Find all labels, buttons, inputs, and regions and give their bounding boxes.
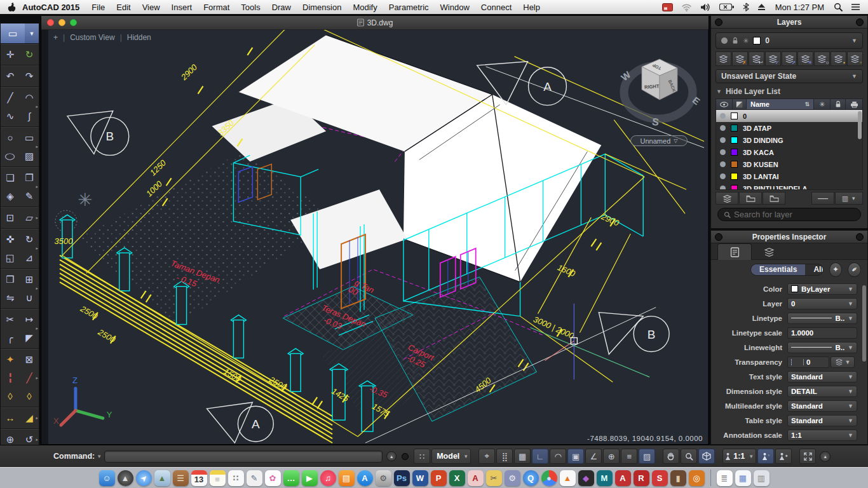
transparency-field[interactable]: 0 [787,356,829,368]
eject-icon[interactable] [757,3,766,11]
menu-view[interactable]: View [137,3,166,12]
chevron-down-icon[interactable]: ▼ [97,454,102,459]
model-tab-dropdown[interactable]: Model▼ [431,449,471,464]
flyout-arrow-icon[interactable]: ▸ [36,286,38,291]
layer-visibility-icon[interactable] [720,161,726,167]
dock-app-store[interactable]: A [357,470,373,486]
dock-3ds-max[interactable]: M [597,470,613,486]
layer-list-header[interactable]: Name ⇅ ✳ [715,98,863,110]
property-control[interactable]: Standard▼ [787,415,857,426]
annotation-visibility-button[interactable]: ° [757,449,774,464]
notification-center-icon[interactable] [851,3,860,11]
flyout-arrow-icon[interactable]: ▸ [36,416,38,421]
snap-mode-toggle[interactable]: ⌖ [478,449,495,464]
eyedropper-button[interactable]: ✒ [848,262,861,277]
tool-ellipse-button[interactable]: ◯ [1,147,20,165]
apple-menu[interactable] [8,3,16,12]
flyout-arrow-icon[interactable]: ▸ [36,376,38,381]
dock-photos[interactable]: ✿ [265,470,281,486]
new-group-button[interactable] [739,192,762,205]
layer-search-field[interactable] [717,208,861,221]
tool-dim-vertical-button[interactable]: ╏ [1,369,20,387]
essentials-all-segment[interactable]: Essentials All [750,264,824,276]
tool-trim-button[interactable]: ✂ [1,310,20,329]
layer-state-dropdown[interactable]: Unsaved Layer State ▼ [715,69,863,83]
palette-knob-icon[interactable] [856,18,864,26]
menu-edit[interactable]: Edit [111,3,136,12]
polar-tracking-toggle[interactable]: ◠ [550,449,566,464]
viewcube[interactable]: W S E TOP RIGHT BACK Unnamed ▽ [616,51,700,148]
segment-essentials[interactable]: Essentials [751,264,805,275]
freeze-layer-button[interactable]: ✳ [797,51,813,66]
layer-visibility-icon[interactable] [720,173,726,179]
tool-tag-button[interactable]: ◈ [1,187,20,205]
new-layer-button[interactable] [715,192,738,205]
layer-color-swatch[interactable] [731,112,738,119]
grid-snap-toggle[interactable]: ⣿ [496,449,513,464]
current-layer-dropdown[interactable]: ✳ 0 ▼ [715,32,863,49]
menu-insert[interactable]: Insert [166,3,198,12]
annotation-scale-dropdown[interactable]: 1:1 ▼ [722,449,756,464]
dock-portrait-app[interactable]: ▮ [670,470,686,486]
plot-column-header[interactable] [846,99,862,109]
settings-wand-button[interactable]: ✦ [829,262,843,277]
flyout-arrow-icon[interactable]: ▸ [36,184,38,189]
dock-word[interactable]: W [412,470,428,486]
property-control[interactable]: B..▼ [787,313,857,324]
tool-point-button[interactable]: ✛ [1,45,20,64]
battery-icon[interactable] [719,3,735,11]
app-menu-title[interactable]: AutoCAD 2015 [16,3,86,12]
flyout-arrow-icon[interactable]: ▸ [36,437,38,442]
dock-contacts[interactable]: ☰ [173,470,189,486]
property-control[interactable]: 1.0000 [787,327,857,339]
dock-quicktime[interactable]: Q [523,470,539,486]
menu-draw[interactable]: Draw [266,3,297,12]
lock-column-header[interactable] [831,99,846,109]
layer-visibility-icon[interactable] [720,149,726,155]
menu-help[interactable]: Help [517,3,546,12]
layer-visibility-icon[interactable] [720,186,726,190]
collapse-bar-button[interactable]: ▲ [820,451,831,462]
zoom-button-status[interactable] [681,449,697,464]
dock-trash[interactable]: ▥ [754,470,770,486]
viewport-add-control[interactable]: + [53,33,58,42]
viewport-view-control[interactable]: Custom View [70,33,114,42]
unlock-layer-button[interactable]: ▫ [847,51,863,66]
layout-squares-button[interactable]: ∷ [414,449,430,464]
new-group-filter-button[interactable] [763,192,785,205]
tool-dim-linear-button[interactable]: ↔ [1,409,20,427]
layer-color-swatch[interactable] [731,125,738,132]
palette-knob-icon[interactable] [715,233,722,241]
property-control[interactable]: Standard▼ [787,371,857,383]
menu-tools[interactable]: Tools [235,3,266,12]
object-snap-toggle[interactable]: ▣ [567,449,584,464]
layer-color-swatch[interactable] [731,173,738,180]
search-input[interactable] [734,210,855,219]
pan-button[interactable] [663,449,679,464]
command-input[interactable] [104,451,383,463]
tool-flyout-dropdown[interactable]: ▼ [25,24,39,43]
dock-messages[interactable]: … [283,470,299,486]
tool-copy-button[interactable]: ❏ [1,168,20,187]
command-history-button[interactable]: ▲ [386,451,397,461]
angle-override-toggle[interactable]: ∠ [585,449,602,464]
layer-color-swatch[interactable] [731,185,738,190]
viewcube-preset-dropdown[interactable]: Unnamed ▽ [630,135,688,146]
viewport-visual-style-control[interactable]: Hidden [127,33,151,42]
tool-selected-row[interactable]: ▭ ▼ [1,24,39,44]
layer-color-swatch[interactable] [731,149,738,156]
spotlight-icon[interactable] [834,3,843,11]
grid-display-toggle[interactable]: ▦ [514,449,531,464]
palette-knob-icon[interactable] [856,233,864,241]
tool-move-button[interactable]: ✜ [1,230,20,248]
drawing-canvas[interactable]: + | Custom View | Hidden [48,30,708,444]
lock-layer-button[interactable]: ▪ [831,51,846,66]
transparency-dropdown[interactable]: ▼ [831,356,855,368]
layer-visibility-icon[interactable] [720,113,726,119]
flyout-arrow-icon[interactable]: ▸ [36,246,38,251]
visibility-column-header[interactable] [716,99,733,109]
menu-connect[interactable]: Connect [475,3,517,12]
dock-excel[interactable]: X [449,470,465,486]
dock-revit[interactable]: R [634,470,649,486]
flyout-arrow-icon[interactable]: ▸ [36,215,38,220]
